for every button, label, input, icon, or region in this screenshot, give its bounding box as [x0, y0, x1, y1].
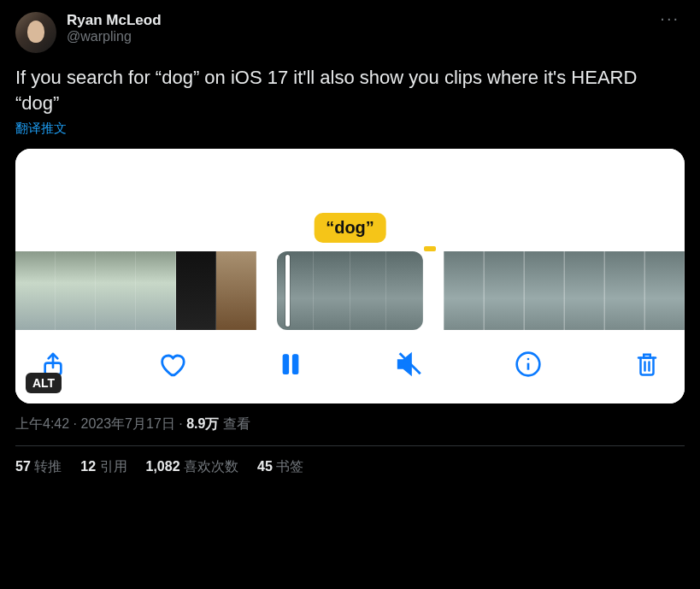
alt-badge[interactable]: ALT: [26, 373, 62, 393]
tweet-meta: 上午4:42 · 2023年7月17日 · 8.9万 查看: [15, 415, 685, 433]
timeline-thumb: [176, 251, 216, 330]
views-count: 8.9万: [186, 416, 219, 431]
timeline-thumb: [216, 251, 256, 330]
timeline-thumb: [444, 251, 484, 330]
tweet-stats: 57 转推 12 引用 1,082 喜欢次数 45 书签: [15, 458, 685, 476]
tweet-text: If you search for “dog” on iOS 17 it'll …: [15, 65, 685, 115]
translate-link[interactable]: 翻译推文: [15, 121, 67, 137]
media-attachment[interactable]: “dog”: [15, 149, 685, 403]
stat-bookmarks[interactable]: 45 书签: [257, 458, 303, 476]
author-display-name: Ryan McLeod: [67, 12, 644, 29]
tweet-header: Ryan McLeod @warpling ···: [15, 12, 685, 53]
video-timeline[interactable]: [15, 251, 685, 330]
timeline-thumb: [277, 251, 314, 330]
stat-quotes[interactable]: 12 引用: [80, 458, 126, 476]
mute-icon[interactable]: [394, 349, 425, 380]
timeline-thumb: [564, 251, 604, 330]
timeline-thumb: [136, 251, 176, 330]
more-button[interactable]: ···: [655, 12, 685, 24]
timeline-thumb: [386, 251, 423, 330]
timeline-thumb: [56, 251, 96, 330]
timeline-thumb: [96, 251, 136, 330]
clip-group-right: [444, 251, 685, 330]
timeline-thumb: [604, 251, 644, 330]
tweet-container: Ryan McLeod @warpling ··· If you search …: [0, 0, 700, 488]
timeline-thumb: [524, 251, 564, 330]
media-preview-area: “dog”: [15, 149, 685, 251]
timeline-thumb: [314, 251, 350, 330]
tweet-time[interactable]: 上午4:42: [15, 416, 69, 431]
stat-likes[interactable]: 1,082 喜欢次数: [146, 458, 239, 476]
timeline-thumb: [15, 251, 56, 330]
svg-rect-2: [293, 355, 298, 374]
clip-group-current: [277, 251, 423, 330]
svg-point-6: [527, 358, 530, 361]
tweet-date[interactable]: 2023年7月17日: [80, 416, 174, 431]
clip-group-left: [15, 251, 256, 330]
caption-label: “dog”: [314, 213, 386, 243]
avatar[interactable]: [15, 12, 56, 53]
playhead[interactable]: [285, 255, 290, 327]
views-label: 查看: [223, 416, 250, 431]
author-block[interactable]: Ryan McLeod @warpling: [67, 12, 644, 44]
caption-marker: [424, 246, 436, 251]
info-icon[interactable]: [513, 349, 544, 380]
stat-retweets[interactable]: 57 转推: [15, 458, 62, 476]
pause-icon[interactable]: [275, 349, 306, 380]
timeline-thumb: [350, 251, 387, 330]
divider: [15, 445, 685, 446]
svg-rect-1: [283, 355, 288, 374]
trash-icon[interactable]: [632, 349, 662, 380]
timeline-thumb: [644, 251, 685, 330]
heart-icon[interactable]: [156, 349, 187, 380]
author-handle: @warpling: [67, 29, 644, 44]
timeline-thumb: [484, 251, 524, 330]
media-toolbar: [15, 330, 685, 403]
